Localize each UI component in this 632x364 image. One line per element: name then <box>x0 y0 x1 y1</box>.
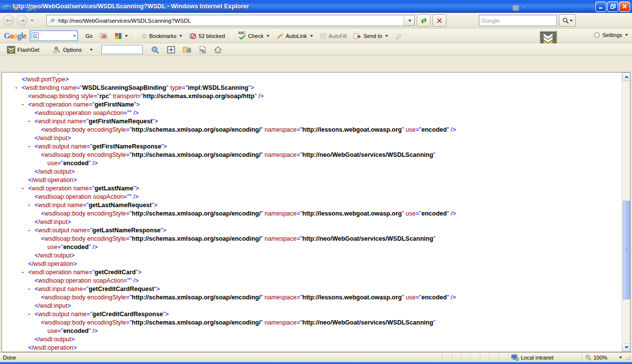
capture-target-button[interactable] <box>164 44 178 55</box>
collapse-toggle[interactable]: - <box>22 101 24 109</box>
google-search-combo[interactable]: G <box>30 31 78 41</box>
collapse-toggle[interactable]: - <box>28 226 30 235</box>
crosshair-box-icon <box>167 46 175 54</box>
vertical-scrollbar[interactable] <box>622 73 630 352</box>
back-button[interactable]: ← <box>3 15 14 26</box>
restore-button[interactable] <box>607 1 618 12</box>
address-field[interactable]: e http://neo/WebGoat/services/WSDLScanni… <box>46 15 415 26</box>
search-options-dropdown[interactable] <box>570 20 573 22</box>
collapse-toggle[interactable]: - <box>28 285 30 293</box>
sendto-button[interactable]: Send to <box>351 31 391 41</box>
popup-blocker-button[interactable]: 52 blocked <box>186 31 228 41</box>
xml-line: </wsdl:output> <box>9 252 622 260</box>
address-dropdown-button[interactable] <box>403 15 414 26</box>
bookmarks-button[interactable]: ☆ Bookmarks <box>138 31 186 41</box>
collapse-toggle[interactable]: - <box>28 310 30 319</box>
xml-line: use="encoded" /> <box>9 243 622 252</box>
flashget-options-button[interactable]: Options <box>50 44 96 55</box>
feeds-button[interactable] <box>509 3 528 13</box>
window-bottom-border <box>0 362 632 364</box>
rss-icon <box>512 4 519 11</box>
highlighter-button[interactable] <box>392 31 405 41</box>
scroll-up-button[interactable] <box>622 73 631 81</box>
scrollbar-thumb[interactable] <box>623 201 630 299</box>
bookmarks-star-icon: ☆ <box>141 32 148 40</box>
address-bar: ← → e http://neo/WebGoat/services/WSDLSc… <box>0 13 632 29</box>
xml-line: </wsdl:operation> <box>9 176 622 184</box>
sendto-arrow-icon <box>354 33 361 39</box>
xml-line: <wsdlsoap:body encodingStyle="http://sch… <box>9 235 622 243</box>
flashget-toolbar: FlashGet Options <box>0 43 632 56</box>
xml-line: -<wsdl:operation name="getFirstName"> <box>9 101 622 109</box>
site-explorer-button[interactable] <box>148 44 162 55</box>
xml-line: <wsdlsoap:body encodingStyle="http://sch… <box>9 151 622 159</box>
home-outline-icon <box>214 46 222 53</box>
collapse-toggle[interactable]: - <box>28 201 30 210</box>
colored-cube-icon <box>115 33 122 39</box>
forward-button[interactable]: → <box>16 15 28 26</box>
page-link-icon <box>199 46 206 54</box>
xml-line: <wsdlsoap:body encodingStyle="http://sch… <box>9 319 622 327</box>
card-stack-icon[interactable] <box>97 31 111 41</box>
search-go-button[interactable] <box>559 14 576 27</box>
stop-icon: × <box>436 17 442 24</box>
stop-button[interactable]: × <box>433 14 446 27</box>
flashget-home-button[interactable] <box>211 44 225 55</box>
search-box[interactable]: Google <box>479 15 557 26</box>
ie-logo-icon: e <box>2 2 10 11</box>
page-links-button[interactable] <box>196 44 209 55</box>
zoom-control[interactable]: 100% <box>582 354 625 362</box>
highlighter-pen-icon <box>395 33 402 39</box>
flashget-icon <box>7 46 15 54</box>
history-dropdown[interactable] <box>31 20 34 22</box>
xml-line: -<wsdl:input name="getFirstNameRequest"> <box>9 117 622 126</box>
zoom-magnifier-icon <box>585 354 592 361</box>
xml-line: </wsdl:output> <box>9 335 622 344</box>
collapse-toggle[interactable]: - <box>28 117 30 126</box>
refresh-button[interactable] <box>417 14 431 27</box>
collapse-toggle[interactable]: - <box>22 268 24 277</box>
page-content: </wsdl:operation></wsdl:portType>-<wsdl:… <box>1 72 631 352</box>
google-logo: Google <box>4 32 26 40</box>
add-favorite-button[interactable]: ★ + <box>12 3 19 12</box>
status-text: Done <box>0 355 442 361</box>
scroll-down-button[interactable] <box>622 343 631 352</box>
window-title: http://neo/WebGoat/services/WSDLScanning… <box>13 3 592 10</box>
xml-line: </wsdl:output> <box>9 168 622 176</box>
xml-line: use="encoded" /> <box>9 327 622 335</box>
flashget-search-input[interactable] <box>101 45 143 54</box>
xml-line: </wsdl:portType> <box>9 75 622 84</box>
browser-window: e http://neo/WebGoat/services/WSDLScanni… <box>0 0 632 364</box>
xml-line: -<wsdl:input name="getLastNameRequest"> <box>9 201 622 210</box>
xml-line: -<wsdl:operation name="getCreditCard"> <box>9 268 622 277</box>
security-zone-label: Local intranet <box>521 355 553 361</box>
address-url[interactable]: http://neo/WebGoat/services/WSDLScanning… <box>56 18 403 24</box>
autofill-form-icon <box>320 33 327 39</box>
settings-circle-icon <box>593 32 600 38</box>
collapse-toggle[interactable]: - <box>28 143 30 151</box>
flashget-button[interactable]: FlashGet <box>4 44 42 55</box>
local-intranet-icon <box>511 354 519 361</box>
zoom-level: 100% <box>593 355 607 361</box>
hammer-icon <box>53 46 61 53</box>
xml-line: <wsdlsoap:operation soapAction="" /> <box>9 193 622 201</box>
close-button[interactable] <box>619 1 630 12</box>
xml-line: </wsdl:input> <box>9 218 622 226</box>
google-go-button[interactable]: Go <box>82 32 96 40</box>
settings-button[interactable]: Settings <box>593 32 628 38</box>
autolink-button[interactable]: AutoLink <box>274 31 316 41</box>
resize-grip[interactable] <box>625 354 632 362</box>
xml-line: -<wsdl:output name="getCreditCardRespons… <box>9 310 622 319</box>
spellcheck-button[interactable]: ABC Check <box>236 31 273 41</box>
collapse-toggle[interactable]: - <box>15 84 17 92</box>
autofill-button[interactable]: AutoFill <box>317 31 350 41</box>
back-icon: ← <box>6 17 11 24</box>
collapse-toggle[interactable]: - <box>22 184 24 193</box>
refresh-icon <box>420 17 428 24</box>
popup-blocked-icon <box>189 33 197 39</box>
xml-line: </wsdl:operation> <box>9 260 622 268</box>
xml-line: <wsdlsoap:body encodingStyle="http://sch… <box>9 126 622 134</box>
colored-cube-button[interactable] <box>112 31 131 41</box>
download-folder-button[interactable] <box>180 44 195 55</box>
minimize-button[interactable] <box>595 1 606 12</box>
